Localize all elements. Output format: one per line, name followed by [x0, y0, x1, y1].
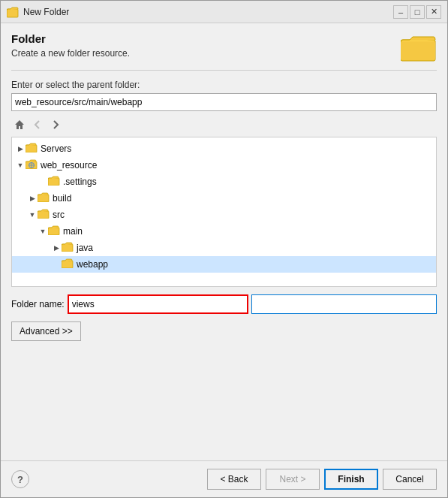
servers-folder-icon	[26, 143, 38, 155]
parent-folder-label: Enter or select the parent folder:	[11, 80, 437, 90]
new-folder-dialog: New Folder – □ ✕ Folder Create a new fol…	[0, 0, 448, 498]
src-folder-icon	[38, 209, 50, 221]
tree-label-settings: .settings	[63, 177, 97, 187]
maximize-button[interactable]: □	[410, 5, 425, 19]
dialog-body: Folder Create a new folder resource. Ent…	[1, 23, 447, 460]
page-subtitle: Create a new folder resource.	[11, 48, 130, 59]
tree-label-build: build	[53, 193, 71, 204]
full-path-right-input[interactable]	[251, 294, 437, 314]
next-button[interactable]: Next >	[266, 469, 320, 490]
tree-toggle-webapp	[51, 259, 62, 270]
main-folder-icon	[48, 225, 60, 237]
parent-path-input[interactable]	[11, 93, 437, 111]
header-text: Folder Create a new folder resource.	[11, 32, 130, 59]
cancel-button[interactable]: Cancel	[383, 469, 437, 490]
finish-button[interactable]: Finish	[324, 469, 378, 490]
tree-toggle-servers	[15, 143, 26, 154]
dialog-footer: ? < Back Next > Finish Cancel	[1, 460, 447, 497]
minimize-button[interactable]: –	[393, 5, 408, 19]
tree-toggle-main	[38, 226, 48, 237]
folder-name-wrapper	[68, 294, 248, 314]
tree-label-src: src	[53, 210, 65, 220]
tree-label-main: main	[63, 226, 83, 237]
tree-toolbar	[11, 116, 437, 134]
tree-row-webapp[interactable]: webapp	[12, 256, 436, 273]
folder-name-section: Folder name:	[11, 294, 437, 314]
tree-row-servers[interactable]: Servers	[12, 140, 436, 157]
footer-buttons: < Back Next > Finish Cancel	[207, 469, 437, 490]
close-button[interactable]: ✕	[426, 5, 441, 19]
forward-tree-button[interactable]	[47, 117, 64, 132]
help-button[interactable]: ?	[11, 470, 29, 488]
folder-tree[interactable]: Servers web_resource	[11, 137, 437, 287]
webapp-folder-icon	[62, 258, 74, 270]
tree-toggle-web-resource	[15, 160, 26, 171]
page-title: Folder	[11, 32, 130, 45]
tree-label-webapp: webapp	[77, 259, 108, 270]
tree-row-web-resource[interactable]: web_resource	[12, 157, 436, 174]
tree-label-web-resource: web_resource	[41, 160, 97, 171]
home-button[interactable]	[11, 117, 28, 132]
header-section: Folder Create a new folder resource.	[11, 32, 437, 71]
tree-row-src[interactable]: src	[12, 207, 436, 223]
tree-toggle-settings	[38, 177, 48, 187]
tree-row-main[interactable]: main	[12, 223, 436, 240]
dialog-icon	[7, 6, 19, 18]
build-folder-icon	[38, 192, 50, 204]
folder-name-label: Folder name:	[11, 299, 65, 309]
svg-rect-3	[401, 41, 435, 60]
java-folder-icon	[62, 242, 74, 254]
tree-toggle-java	[51, 243, 62, 253]
web-resource-folder-icon	[26, 159, 38, 171]
folder-name-input[interactable]	[69, 296, 247, 312]
header-folder-icon	[401, 32, 437, 62]
tree-label-servers: Servers	[41, 143, 71, 154]
tree-toggle-build	[27, 193, 38, 204]
back-tree-button[interactable]	[29, 117, 46, 132]
advanced-button[interactable]: Advanced >>	[11, 321, 81, 341]
back-button[interactable]: < Back	[207, 469, 261, 490]
dialog-title: New Folder	[23, 7, 393, 17]
tree-label-java: java	[77, 243, 93, 253]
tree-toggle-src	[27, 210, 38, 220]
tree-row-java[interactable]: java	[12, 240, 436, 256]
tree-row-settings[interactable]: .settings	[12, 174, 436, 190]
tree-row-build[interactable]: build	[12, 190, 436, 207]
title-bar: New Folder – □ ✕	[1, 1, 447, 23]
window-controls: – □ ✕	[393, 5, 441, 19]
settings-folder-icon	[48, 176, 60, 188]
